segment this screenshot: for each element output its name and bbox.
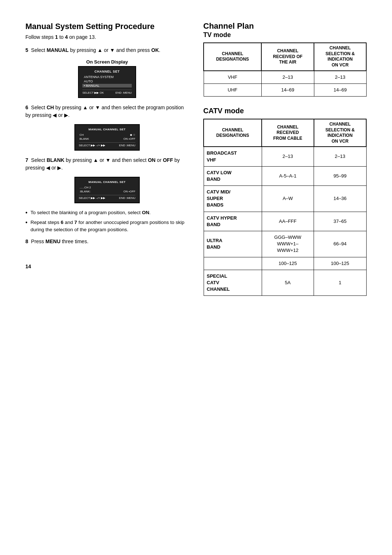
catv-broadcast-vhf-designation: BROADCASTVHF	[204, 147, 262, 166]
sm2-ch-value: ◆ ☆	[130, 133, 135, 136]
right-column: Channel Plan TV mode CHANNELDESIGNATIONS…	[203, 22, 367, 306]
catv-100-125-received: 100–125	[262, 257, 314, 270]
catv-row-ultra-band: ULTRABAND GGG–WWWWWW+1–WWW+12 66–94	[204, 231, 366, 257]
tv-mode-title: TV mode	[203, 31, 367, 39]
screen-mockup-3: MANUAL CHANNEL SET ......CH 2 :BLANK: ON…	[74, 177, 140, 203]
catv-mid-super-vcr: 14–36	[314, 186, 367, 212]
step-6-number: 6	[25, 105, 28, 110]
bullet-1: To select the blanking of a program posi…	[25, 209, 189, 216]
step-7-number: 7	[25, 157, 28, 163]
step-5: 5 Select MANUAL by pressing ▲ or ▼ and t…	[25, 46, 189, 54]
sm2-end: END :MENU	[119, 144, 135, 147]
catv-row-mid-super: CATV MID/SUPERBANDS A–W 14–36	[204, 186, 366, 212]
page-number: 14	[25, 264, 189, 269]
tv-th-vcr: CHANNELSELECTION &INDICATIONON VCR	[314, 43, 366, 70]
catv-ultra-band-designation: ULTRABAND	[204, 231, 262, 257]
sm3-row2: :BLANK: ON •OFF	[79, 190, 135, 193]
catv-row-special: SPECIALCATVCHANNEL 5A 1	[204, 270, 366, 296]
catv-th-received: CHANNELRECEIVEDFROM CABLE	[262, 119, 314, 147]
screen-mockup-2: MANUAL CHANNEL SET CH ◆ ☆ BLANK ON •OFF …	[74, 124, 140, 151]
channel-plan-title: Channel Plan	[203, 22, 367, 30]
catv-row-low-band: CATV LOWBAND A-5–A-1 95–99	[204, 166, 366, 185]
tv-uhf-received: 14–69	[261, 83, 314, 96]
tv-row-vhf: VHF 2–13 2–13	[204, 71, 366, 84]
on-screen-display-label: On Screen Display	[25, 59, 189, 65]
sm2-row2: BLANK ON •OFF	[79, 137, 135, 140]
sm1-line3: MANUAL	[82, 84, 132, 87]
catv-low-band-vcr: 95–99	[314, 166, 367, 185]
sm2-ch-label: CH	[79, 133, 84, 136]
catv-th-vcr: CHANNELSELECTION &INDICATIONON VCR	[314, 119, 367, 147]
catv-row-100-125: 100–125 100–125	[204, 257, 366, 270]
tv-mode-table: CHANNELDESIGNATIONS CHANNELRECEIVED OFTH…	[203, 42, 367, 97]
step-8-number: 8	[25, 238, 28, 244]
catv-low-band-received: A-5–A-1	[262, 166, 314, 185]
sm2-title: MANUAL CHANNEL SET	[79, 128, 135, 131]
step-8: 8 Press MENU three times.	[25, 238, 189, 245]
catv-special-vcr: 1	[314, 270, 367, 296]
catv-special-designation: SPECIALCATVCHANNEL	[204, 270, 262, 296]
catv-mid-super-designation: CATV MID/SUPERBANDS	[204, 186, 262, 212]
sm3-row1: ......CH 2	[79, 186, 135, 189]
tv-th-designations: CHANNELDESIGNATIONS	[204, 43, 261, 70]
tv-vhf-designation: VHF	[204, 71, 261, 84]
step-7: 7 Select BLANK by pressing ▲ or ▼ and th…	[25, 156, 189, 172]
sm1-title: CHANNEL SET	[82, 70, 132, 73]
catv-broadcast-vhf-received: 2–13	[262, 147, 314, 166]
tv-row-uhf: UHF 14–69 14–69	[204, 83, 366, 96]
screen-mockup-1: CHANNEL SET ANTENNA SYSTEM AUTO MANUAL S…	[78, 66, 136, 98]
catv-100-125-designation	[204, 257, 262, 270]
tv-vhf-received: 2–13	[261, 71, 314, 84]
catv-100-125-vcr: 100–125	[314, 257, 367, 270]
catv-hyper-band-vcr: 37–65	[314, 212, 367, 231]
catv-hyper-band-designation: CATV HYPERBAND	[204, 212, 262, 231]
sm2-bottom: SELECT ▶▶ –/+ ▶▶ END :MENU	[79, 142, 135, 147]
catv-ultra-band-received: GGG–WWWWWW+1–WWW+12	[262, 231, 314, 257]
sm2-blank-value: ON •OFF	[123, 137, 135, 140]
catv-low-band-designation: CATV LOWBAND	[204, 166, 262, 185]
sm3-blank-label: :BLANK:	[79, 190, 91, 193]
catv-special-received: 5A	[262, 270, 314, 296]
sm2-row1: CH ◆ ☆	[79, 133, 135, 136]
tv-uhf-vcr: 14–69	[314, 83, 366, 96]
sm3-ch-label: ......CH 2	[79, 186, 91, 189]
tv-uhf-designation: UHF	[204, 83, 261, 96]
sm3-blank-value: ON •OFF	[123, 190, 135, 193]
sm3-end: END :MENU	[119, 196, 135, 200]
catv-broadcast-vhf-vcr: 2–13	[314, 147, 367, 166]
sm1-bottom-left: SELECT ▶▶ OK	[82, 91, 104, 94]
section-title: Manual System Setting Procedure	[25, 22, 189, 31]
sm2-blank-label: BLANK	[79, 137, 89, 140]
sm3-bottom: SELECT ▶▶ –/+ ▶▶ END :MENU	[79, 195, 135, 200]
follow-steps: Follow steps 1 to 4 on page 13.	[25, 34, 189, 40]
catv-ultra-band-vcr: 66–94	[314, 231, 367, 257]
sm3-select: SELECT ▶▶ –/+ ▶▶	[79, 196, 105, 200]
page-container: Manual System Setting Procedure Follow s…	[25, 22, 367, 306]
bullet-list: To select the blanking of a program posi…	[25, 209, 189, 233]
sm1-bottom: SELECT ▶▶ OK END :MENU	[82, 90, 132, 94]
catv-mid-super-received: A–W	[262, 186, 314, 212]
sm1-bottom-right: END :MENU	[115, 91, 132, 94]
catv-mode-title: CATV mode	[203, 107, 367, 115]
tv-th-received: CHANNELRECEIVED OFTHE AIR	[261, 43, 314, 70]
sm2-select: SELECT ▶▶ –/+ ▶▶	[79, 144, 105, 147]
sm3-title: MANUAL CHANNEL SET	[79, 180, 135, 184]
tv-vhf-vcr: 2–13	[314, 71, 366, 84]
bullet-2: Repeat steps 6 and 7 for another unoccup…	[25, 219, 189, 234]
sm1-line1: ANTENNA SYSTEM	[82, 75, 132, 79]
step-6: 6 Select CH by pressing ▲ or ▼ and then …	[25, 104, 189, 119]
left-column: Manual System Setting Procedure Follow s…	[25, 22, 189, 269]
catv-mode-table: CHANNELDESIGNATIONS CHANNELRECEIVEDFROM …	[203, 119, 367, 296]
step-5-number: 5	[25, 47, 28, 53]
catv-row-hyper-band: CATV HYPERBAND AA–FFF 37–65	[204, 212, 366, 231]
catv-row-broadcast-vhf: BROADCASTVHF 2–13 2–13	[204, 147, 366, 166]
sm1-line2: AUTO	[82, 79, 132, 83]
catv-hyper-band-received: AA–FFF	[262, 212, 314, 231]
catv-th-designations: CHANNELDESIGNATIONS	[204, 119, 262, 147]
